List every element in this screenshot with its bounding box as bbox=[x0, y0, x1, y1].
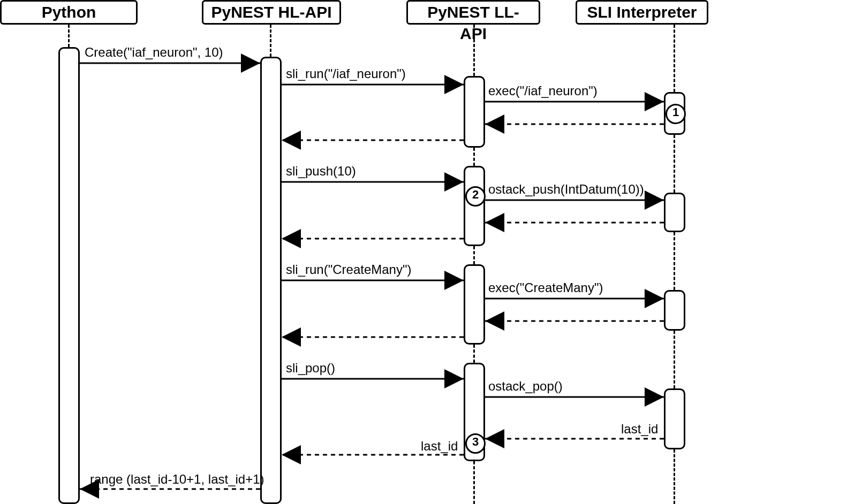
sequence-diagram: Python PyNEST HL-API PyNEST LL-API SLI I… bbox=[0, 0, 847, 504]
msg-sli-push: sli_push(10) bbox=[286, 164, 356, 179]
msg-last-id-2: last_id bbox=[421, 439, 458, 454]
msg-sli-run-iaf: sli_run("/iaf_neuron") bbox=[286, 66, 406, 81]
activation-hlapi bbox=[260, 57, 282, 504]
lifeline-llapi-gap2 bbox=[473, 246, 475, 264]
msg-create: Create("iaf_neuron", 10) bbox=[85, 45, 223, 60]
participant-python: Python bbox=[0, 0, 138, 25]
lifeline-llapi-gap3 bbox=[473, 345, 475, 363]
msg-range: range (last_id-10+1, last_id+1) bbox=[90, 472, 264, 487]
activation-sli-3 bbox=[664, 290, 685, 331]
lifeline-hlapi-top bbox=[270, 25, 271, 57]
lifeline-sli-gap1 bbox=[674, 135, 675, 193]
lifeline-sli-top bbox=[674, 25, 675, 92]
activation-python bbox=[58, 47, 80, 504]
lifeline-sli-gap3 bbox=[674, 331, 675, 388]
lifeline-sli-gap2 bbox=[674, 232, 675, 290]
activation-llapi-1 bbox=[464, 76, 485, 148]
participant-hlapi: PyNEST HL-API bbox=[202, 0, 341, 25]
lifeline-sli-bot bbox=[674, 449, 675, 504]
msg-exec-cm: exec("CreateMany") bbox=[488, 280, 603, 295]
lifeline-llapi-bot bbox=[473, 461, 475, 504]
participant-sli: SLI Interpreter bbox=[576, 0, 708, 25]
msg-sli-pop: sli_pop() bbox=[286, 361, 335, 376]
msg-last-id-1: last_id bbox=[621, 422, 658, 437]
lifeline-llapi-top bbox=[473, 25, 475, 76]
note-circle-2: 2 bbox=[465, 186, 486, 207]
activation-sli-4 bbox=[664, 388, 685, 449]
activation-sli-2 bbox=[664, 193, 685, 232]
arrows-layer bbox=[0, 0, 847, 504]
msg-ostack-push: ostack_push(IntDatum(10)) bbox=[488, 182, 644, 197]
msg-ostack-pop: ostack_pop() bbox=[488, 379, 563, 394]
activation-llapi-3 bbox=[464, 264, 485, 345]
note-circle-3: 3 bbox=[465, 433, 486, 454]
msg-exec-iaf: exec("/iaf_neuron") bbox=[488, 83, 598, 98]
participant-llapi: PyNEST LL-API bbox=[406, 0, 540, 25]
msg-sli-run-cm: sli_run("CreateMany") bbox=[286, 262, 411, 277]
lifeline-llapi-gap1 bbox=[473, 148, 475, 166]
lifeline-python-top bbox=[68, 25, 70, 47]
note-circle-1: 1 bbox=[666, 104, 686, 124]
